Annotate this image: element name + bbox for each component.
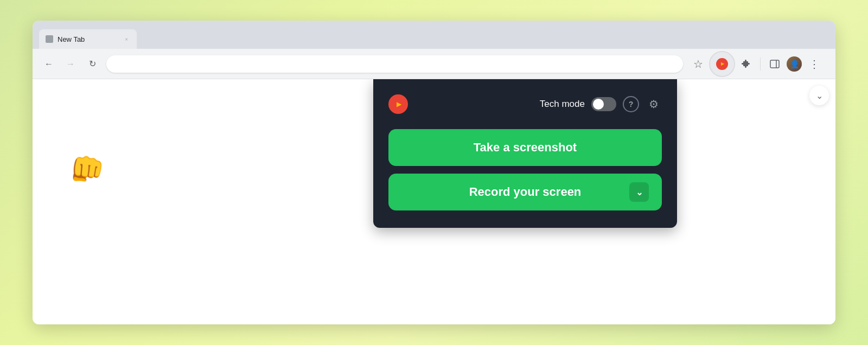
page-content: ⌄ 👊 Tech mode ? ⚙ — [33, 79, 835, 324]
star-icon: ☆ — [693, 58, 703, 71]
chevron-icon: ⌄ — [636, 187, 643, 197]
browser-window: New Tab × ← → ↻ ☆ — [33, 21, 835, 324]
help-btn[interactable]: ? — [623, 96, 639, 112]
browser-tab[interactable]: New Tab × — [39, 29, 137, 49]
screenshot-btn[interactable]: Take a screenshot — [388, 129, 662, 166]
gear-icon: ⚙ — [649, 98, 659, 111]
chevron-down-icon: ⌄ — [816, 91, 823, 101]
question-mark-icon: ? — [629, 100, 634, 108]
toolbar-divider — [760, 58, 761, 71]
address-bar[interactable] — [106, 55, 683, 73]
more-icon: ⋮ — [809, 58, 819, 71]
popup-logo-icon — [388, 94, 408, 114]
puzzle-icon — [741, 59, 751, 69]
tab-bar: New Tab × — [33, 21, 835, 49]
recorder-extension-icon — [716, 58, 728, 70]
tab-close-btn[interactable]: × — [123, 35, 130, 43]
more-menu-btn[interactable]: ⋮ — [805, 55, 822, 73]
tab-favicon — [46, 35, 53, 43]
forward-btn[interactable]: → — [63, 56, 78, 72]
record-btn-label: Record your screen — [421, 185, 629, 199]
cursor-hand-icon: 👊 — [69, 153, 105, 186]
tech-mode-toggle[interactable] — [591, 97, 616, 111]
address-bar-row: ← → ↻ ☆ — [33, 49, 835, 79]
toolbar-icons: ☆ 👤 ⋮ — [690, 52, 827, 76]
sidebar-icon — [769, 59, 780, 69]
extensions-btn[interactable] — [737, 55, 755, 73]
svg-rect-0 — [770, 60, 779, 68]
tab-label: New Tab — [58, 35, 85, 43]
extension-popup: Tech mode ? ⚙ Take a screenshot Record y… — [373, 79, 677, 228]
extension-active-btn[interactable] — [710, 52, 734, 76]
profile-avatar[interactable]: 👤 — [787, 56, 802, 72]
popup-header: Tech mode ? ⚙ — [388, 94, 662, 114]
reload-btn[interactable]: ↻ — [85, 56, 100, 72]
toggle-knob — [593, 99, 604, 110]
record-chevron-btn[interactable]: ⌄ — [629, 182, 649, 202]
bookmark-star-btn[interactable]: ☆ — [690, 55, 707, 73]
back-btn[interactable]: ← — [41, 56, 56, 72]
tech-mode-label: Tech mode — [540, 99, 585, 110]
sidebar-btn[interactable] — [766, 55, 783, 73]
screenshot-btn-label: Take a screenshot — [474, 140, 577, 155]
settings-btn[interactable]: ⚙ — [646, 96, 662, 112]
collapse-btn[interactable]: ⌄ — [809, 86, 829, 105]
record-screen-btn[interactable]: Record your screen ⌄ — [388, 174, 662, 210]
